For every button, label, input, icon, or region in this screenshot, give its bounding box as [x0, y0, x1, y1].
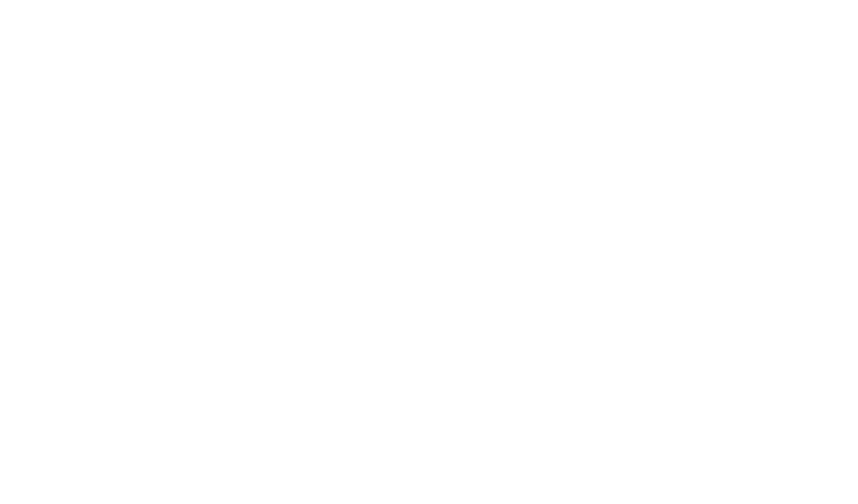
main-container	[0, 0, 858, 17]
